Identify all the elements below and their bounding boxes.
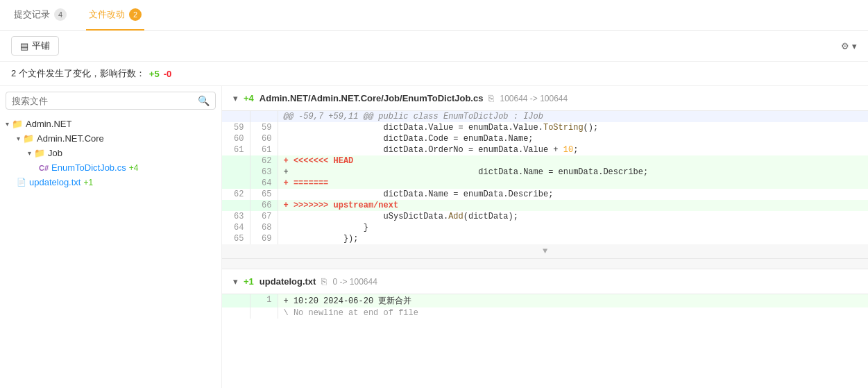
line-code: }); [278,233,868,244]
txt-icon: 📄 [17,178,26,187]
tab-commits-badge: 4 [54,8,67,21]
line-num-new: 1 [250,294,278,307]
line-num-new: 65 [250,189,278,200]
line-num-old [222,294,250,307]
tab-files-badge: 2 [129,8,142,21]
file-label: EnumToDictJob.cs [51,162,126,173]
line-num-new: 62 [250,155,278,167]
toggle-arrow-icon[interactable]: ▾ [233,93,238,103]
line-num-new: 63 [250,167,278,178]
main-layout: 🔍 ▾ 📁 Admin.NET ▾ 📁 Admin.NET.Core ▾ 📁 J… [0,86,868,388]
chevron-down-icon: ▾ [852,41,857,51]
arrow-icon: ▾ [17,135,20,142]
copy-icon[interactable]: ⎘ [488,93,494,103]
line-code: + dictData.Name = enumData.Describe; [278,167,868,178]
line-num-old [222,307,250,319]
diff-add-row: 64 + ======= [222,178,868,189]
line-num-new: 64 [250,178,278,189]
diff-normal-row: 59 59 dictData.Value = enumData.Value.To… [222,122,868,133]
tree-item-updatelog[interactable]: 📄 updatelog.txt +1 [6,175,216,189]
line-num-old: 59 [222,122,250,133]
tree-item-enumtodictjob[interactable]: C# EnumToDictJob.cs +4 [6,160,216,175]
line-code: + 10:20 2024-06-20 更新合并 [278,294,868,307]
sidebar: 🔍 ▾ 📁 Admin.NET ▾ 📁 Admin.NET.Core ▾ 📁 J… [0,86,222,388]
search-icon[interactable]: 🔍 [198,95,210,106]
search-box: 🔍 [6,92,216,110]
diff-file2-meta: 0 -> 100644 [332,277,377,287]
toolbar: ▤ 平铺 ⚙ ▾ [0,31,868,62]
tab-commits-label: 提交记录 [14,8,50,21]
flat-view-icon: ▤ [20,41,28,51]
diff-area: ▾ +4 Admin.NET/Admin.NET.Core/Job/EnumTo… [222,86,868,388]
line-num-new: 59 [250,122,278,133]
line-code: + >>>>>>> upstream/next [278,200,868,211]
diff-table-file1: @@ -59,7 +59,11 @@ public class EnumToDi… [222,111,868,258]
diff-normal-row: 64 68 } [222,222,868,233]
stats-add: +5 [149,69,160,79]
diff-file2-header: ▾ +1 updatelog.txt ⎘ 0 -> 100644 [222,269,868,294]
tab-commits[interactable]: 提交记录 4 [11,0,69,31]
line-code: dictData.Value = enumData.Value.ToString… [278,122,868,133]
line-num-new: 68 [250,222,278,233]
tabs-bar: 提交记录 4 文件改动 2 [0,0,868,31]
line-num-new: 69 [250,233,278,244]
line-code: @@ -59,7 +59,11 @@ public class EnumToDi… [278,111,868,122]
stats-del: -0 [164,69,172,79]
line-num-old [222,178,250,189]
diff-add-row: 1 + 10:20 2024-06-20 更新合并 [222,294,868,307]
tree-item-admin-net[interactable]: ▾ 📁 Admin.NET [6,117,216,131]
settings-area[interactable]: ⚙ ▾ [841,41,857,51]
gear-icon: ⚙ [841,41,849,51]
line-num-old: 65 [222,233,250,244]
diff-file1-meta: 100644 -> 100644 [500,94,568,103]
diff-normal-row: 61 61 dictData.OrderNo = enumData.Value … [222,144,868,155]
line-num-old [222,155,250,167]
line-code: } [278,222,868,233]
diff-add-row: 63 + dictData.Name = enumData.Describe; [222,167,868,178]
cs-icon: C# [39,164,49,172]
diff-normal-row: 62 65 dictData.Name = enumData.Describe; [222,189,868,200]
line-num-new: 66 [250,200,278,211]
line-code: \ No newline at end of file [278,307,868,319]
search-input[interactable] [12,96,198,106]
stats-text: 2 个文件发生了变化，影响行数： [11,67,145,80]
line-code: dictData.OrderNo = enumData.Value + 10; [278,144,868,155]
tree-item-admin-net-core[interactable]: ▾ 📁 Admin.NET.Core [6,131,216,146]
arrow-icon: ▾ [28,149,31,157]
diff-normal-row: 63 67 uSysDictData.Add(dictData); [222,211,868,222]
tree-label: Admin.NET [26,119,71,129]
diff-expand-row[interactable]: ▼ [222,244,868,258]
diff-file1-add-count: +4 [244,93,254,103]
line-num-old: 60 [222,133,250,144]
line-num-old: 61 [222,144,250,155]
diff-hunk-row: @@ -59,7 +59,11 @@ public class EnumToDi… [222,111,868,122]
tree-label: Job [48,148,62,158]
tab-files-label: 文件改动 [89,8,125,21]
diff-file1-path: Admin.NET/Admin.NET.Core/Job/EnumToDictJ… [259,93,484,103]
arrow-icon: ▾ [6,120,9,128]
flat-view-label: 平铺 [32,40,50,52]
toggle-arrow-icon[interactable]: ▾ [233,276,238,287]
tree-label: Admin.NET.Core [37,133,104,144]
diff-normal-row: 60 60 dictData.Code = enumData.Name; [222,133,868,144]
flat-view-button[interactable]: ▤ 平铺 [11,36,59,56]
copy-icon[interactable]: ⎘ [321,276,327,287]
tree-item-job[interactable]: ▾ 📁 Job [6,146,216,160]
line-num-old [222,111,250,122]
diff-file2-path: updatelog.txt [259,276,316,287]
line-num-old: 63 [222,211,250,222]
line-num-new [250,307,278,319]
stats-bar: 2 个文件发生了变化，影响行数： +5 -0 [0,62,868,86]
folder-icon: 📁 [23,133,34,144]
line-num-old [222,167,250,178]
line-num-old [222,200,250,211]
line-code: + <<<<<<< HEAD [278,155,868,167]
line-num-new [250,111,278,122]
line-code: dictData.Name = enumData.Describe; [278,189,868,200]
diff-normal-row: 65 69 }); [222,233,868,244]
diff-normal-row: \ No newline at end of file [222,307,868,319]
diff-file1-header: ▾ +4 Admin.NET/Admin.NET.Core/Job/EnumTo… [222,86,868,111]
tab-files[interactable]: 文件改动 2 [86,0,144,31]
line-num-new: 67 [250,211,278,222]
line-code: + ======= [278,178,868,189]
